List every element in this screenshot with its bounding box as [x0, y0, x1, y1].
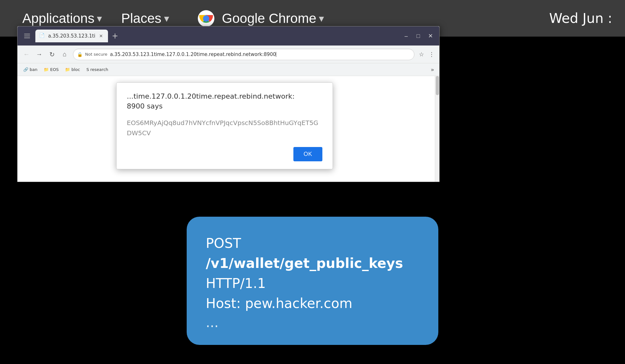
forward-button[interactable]: → [33, 49, 45, 60]
tab-menu-icon[interactable] [21, 30, 33, 42]
info-card: POST /v1/wallet/get_public_keys HTTP/1.1… [187, 217, 438, 345]
bookmark-ban-label: ban [30, 67, 37, 72]
home-button[interactable]: ⌂ [59, 49, 70, 60]
minimize-button[interactable]: – [400, 32, 412, 40]
page-content: ...time.127.0.0.1.20time.repeat.rebind.n… [18, 76, 439, 182]
tab-title: a.35.203.53.123.1ti [48, 33, 95, 39]
svg-rect-5 [24, 38, 30, 38]
bookmark-ban[interactable]: 🔗 ban [21, 66, 40, 73]
title-bar: 📄 a.35.203.53.123.1ti ✕ + – □ ✕ [18, 26, 439, 46]
chrome-label: Google Chrome [222, 11, 316, 26]
tab-favicon: 📄 [39, 33, 46, 39]
places-label: Places [121, 11, 161, 26]
dialog-title-line1: ...time.127.0.0.1.20time.repeat.rebind.n… [127, 92, 295, 100]
applications-menu[interactable]: Applications ▾ [13, 11, 111, 26]
info-card-line2: Host: pew.hacker.com [206, 293, 419, 313]
chrome-icon [198, 10, 214, 27]
svg-rect-4 [24, 36, 30, 36]
active-tab[interactable]: 📄 a.35.203.53.123.1ti ✕ [35, 30, 108, 42]
scrollbar-thumb[interactable] [436, 76, 439, 95]
bookmark-eos[interactable]: 📁 EOS [41, 66, 61, 73]
address-text: a.35.203.53.123.1time.127.0.0.1.20time.r… [110, 52, 410, 57]
bookmark-s-research-label: S research [86, 67, 108, 72]
reload-button[interactable]: ↻ [46, 49, 58, 60]
new-tab-button[interactable]: + [109, 30, 121, 42]
window-controls: – □ ✕ [400, 32, 436, 40]
info-card-line1: POST /v1/wallet/get_public_keys HTTP/1.1 [206, 233, 419, 293]
chrome-menu-button[interactable]: Google Chrome ▾ [219, 11, 327, 26]
dialog-ok-button[interactable]: OK [293, 147, 322, 161]
bookmark-star-icon[interactable]: ☆ [417, 50, 426, 59]
bookmarks-more-button[interactable]: » [429, 66, 436, 74]
not-secure-label: Not secure [85, 52, 107, 57]
places-menu[interactable]: Places ▾ [111, 11, 178, 26]
security-icon: 🔒 [77, 52, 83, 57]
alert-dialog: ...time.127.0.0.1.20time.repeat.rebind.n… [116, 82, 333, 169]
applications-label: Applications [22, 11, 94, 26]
svg-point-2 [203, 15, 209, 22]
bookmark-bloc-label: bloc [71, 67, 80, 72]
close-button[interactable]: ✕ [425, 32, 436, 40]
dialog-title: ...time.127.0.0.1.20time.repeat.rebind.n… [127, 92, 322, 111]
endpoint-bold: /v1/wallet/get_public_keys [206, 256, 403, 271]
bookmark-link-icon: 🔗 [23, 67, 28, 72]
browser-window: 📄 a.35.203.53.123.1ti ✕ + – □ ✕ ← → ↻ ⌂ … [17, 26, 440, 182]
post-prefix: POST [206, 235, 241, 251]
menu-icon [24, 32, 31, 39]
cursor [276, 52, 276, 57]
back-button[interactable]: ← [21, 49, 32, 60]
bookmarks-bar: 🔗 ban 📁 EOS 📁 bloc S research » [18, 63, 439, 76]
dialog-footer: OK [127, 147, 322, 161]
bookmark-s-research[interactable]: S research [84, 66, 111, 73]
address-value: a.35.203.53.123.1time.127.0.0.1.20time.r… [110, 52, 276, 57]
places-arrow-icon: ▾ [164, 12, 169, 24]
dialog-title-line2: 8900 says [127, 102, 162, 110]
svg-rect-3 [24, 34, 30, 34]
chrome-menu[interactable]: Google Chrome ▾ [198, 10, 327, 27]
chrome-arrow-icon: ▾ [319, 12, 324, 24]
bookmark-eos-label: EOS [50, 67, 59, 72]
nav-bar: ← → ↻ ⌂ 🔒 Not secure a.35.203.53.123.1ti… [18, 46, 439, 63]
http-suffix: HTTP/1.1 [206, 276, 266, 291]
more-menu-icon[interactable]: ⋮ [427, 50, 436, 59]
system-clock: Wed Jun : [549, 10, 612, 26]
maximize-button[interactable]: □ [413, 32, 424, 40]
info-card-ellipsis: ... [206, 315, 419, 330]
bookmark-folder-icon-eos: 📁 [44, 67, 49, 72]
bookmark-bloc[interactable]: 📁 bloc [62, 66, 83, 73]
tab-close-button[interactable]: ✕ [98, 33, 104, 39]
dialog-message: EOS6MRyAjQq8ud7hVNYcfnVPJqcVpscN5So8BhtH… [127, 118, 322, 138]
address-bar[interactable]: 🔒 Not secure a.35.203.53.123.1time.127.0… [73, 49, 414, 60]
scrollbar-track[interactable] [435, 76, 439, 182]
bookmark-folder-icon-bloc: 📁 [65, 67, 70, 72]
applications-arrow-icon: ▾ [97, 12, 102, 24]
